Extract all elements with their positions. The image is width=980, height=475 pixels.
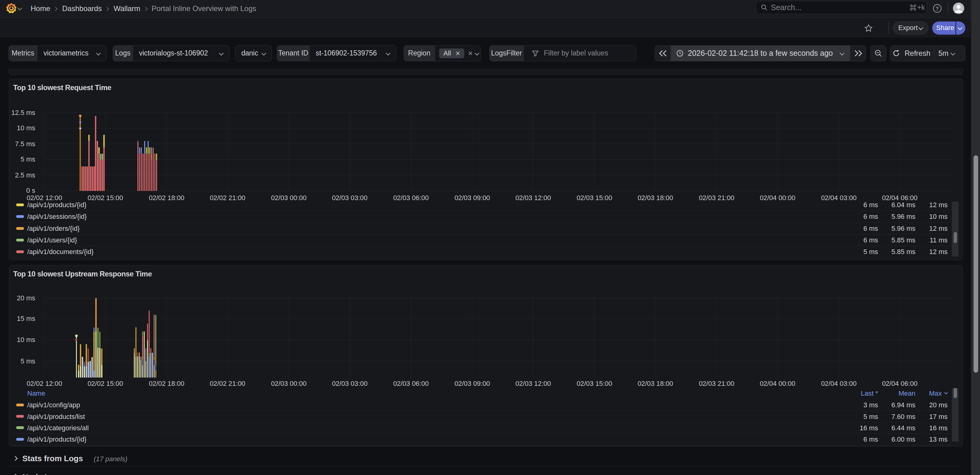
svg-text:?: ? xyxy=(936,6,939,11)
